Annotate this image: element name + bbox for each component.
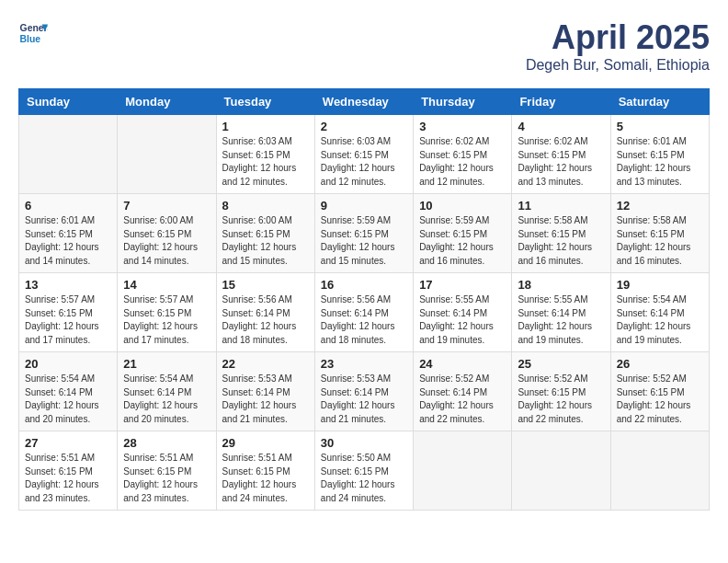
day-number: 18 <box>518 278 604 292</box>
calendar-cell: 8Sunrise: 6:00 AM Sunset: 6:15 PM Daylig… <box>216 194 314 273</box>
day-number: 11 <box>518 199 604 213</box>
day-number: 3 <box>419 120 506 133</box>
day-number: 30 <box>321 436 407 450</box>
svg-text:Blue: Blue <box>20 34 41 44</box>
calendar-cell: 5Sunrise: 6:01 AM Sunset: 6:15 PM Daylig… <box>610 115 709 194</box>
day-number: 24 <box>419 357 506 371</box>
day-header-tuesday: Tuesday <box>216 89 314 115</box>
calendar-cell: 20Sunrise: 5:54 AM Sunset: 6:14 PM Dayli… <box>19 352 118 431</box>
day-info: Sunrise: 5:58 AM Sunset: 6:15 PM Dayligh… <box>617 214 703 268</box>
day-info: Sunrise: 6:01 AM Sunset: 6:15 PM Dayligh… <box>617 135 703 189</box>
day-info: Sunrise: 5:55 AM Sunset: 6:14 PM Dayligh… <box>518 293 604 347</box>
calendar-cell <box>118 115 216 194</box>
calendar-cell: 10Sunrise: 5:59 AM Sunset: 6:15 PM Dayli… <box>414 194 512 273</box>
calendar-week-5: 27Sunrise: 5:51 AM Sunset: 6:15 PM Dayli… <box>19 431 710 511</box>
day-info: Sunrise: 5:53 AM Sunset: 6:14 PM Dayligh… <box>222 373 309 426</box>
day-header-wednesday: Wednesday <box>314 89 413 115</box>
day-info: Sunrise: 5:56 AM Sunset: 6:14 PM Dayligh… <box>222 293 309 347</box>
calendar-week-4: 20Sunrise: 5:54 AM Sunset: 6:14 PM Dayli… <box>19 352 710 431</box>
calendar-cell: 9Sunrise: 5:59 AM Sunset: 6:15 PM Daylig… <box>314 194 413 273</box>
calendar-cell: 27Sunrise: 5:51 AM Sunset: 6:15 PM Dayli… <box>19 431 118 511</box>
calendar-cell: 1Sunrise: 6:03 AM Sunset: 6:15 PM Daylig… <box>216 115 314 194</box>
calendar-cell: 25Sunrise: 5:52 AM Sunset: 6:15 PM Dayli… <box>512 352 610 431</box>
day-info: Sunrise: 5:56 AM Sunset: 6:14 PM Dayligh… <box>321 293 407 347</box>
calendar-cell: 2Sunrise: 6:03 AM Sunset: 6:15 PM Daylig… <box>314 115 413 194</box>
day-info: Sunrise: 5:59 AM Sunset: 6:15 PM Dayligh… <box>419 214 506 268</box>
logo-icon: General Blue <box>18 18 48 48</box>
day-number: 16 <box>321 278 407 292</box>
day-info: Sunrise: 6:00 AM Sunset: 6:15 PM Dayligh… <box>222 214 309 268</box>
day-number: 19 <box>617 278 703 292</box>
day-number: 17 <box>419 278 506 292</box>
day-info: Sunrise: 5:52 AM Sunset: 6:15 PM Dayligh… <box>617 373 703 426</box>
calendar-week-2: 6Sunrise: 6:01 AM Sunset: 6:15 PM Daylig… <box>19 194 710 273</box>
day-info: Sunrise: 5:55 AM Sunset: 6:14 PM Dayligh… <box>419 293 506 347</box>
day-header-friday: Friday <box>512 89 610 115</box>
day-info: Sunrise: 6:02 AM Sunset: 6:15 PM Dayligh… <box>518 135 604 189</box>
calendar-cell: 15Sunrise: 5:56 AM Sunset: 6:14 PM Dayli… <box>216 273 314 352</box>
calendar-cell: 18Sunrise: 5:55 AM Sunset: 6:14 PM Dayli… <box>512 273 610 352</box>
calendar-cell: 19Sunrise: 5:54 AM Sunset: 6:14 PM Dayli… <box>610 273 709 352</box>
day-info: Sunrise: 5:54 AM Sunset: 6:14 PM Dayligh… <box>617 293 703 347</box>
day-number: 26 <box>617 357 703 371</box>
day-number: 5 <box>617 120 703 133</box>
day-info: Sunrise: 6:03 AM Sunset: 6:15 PM Dayligh… <box>321 135 407 189</box>
day-info: Sunrise: 6:03 AM Sunset: 6:15 PM Dayligh… <box>222 135 309 189</box>
calendar-cell: 23Sunrise: 5:53 AM Sunset: 6:14 PM Dayli… <box>314 352 413 431</box>
day-info: Sunrise: 5:57 AM Sunset: 6:15 PM Dayligh… <box>123 293 210 347</box>
day-info: Sunrise: 5:52 AM Sunset: 6:14 PM Dayligh… <box>419 373 506 426</box>
day-number: 2 <box>321 120 407 133</box>
calendar-cell: 24Sunrise: 5:52 AM Sunset: 6:14 PM Dayli… <box>414 352 512 431</box>
day-info: Sunrise: 5:57 AM Sunset: 6:15 PM Dayligh… <box>25 293 111 347</box>
calendar-cell: 14Sunrise: 5:57 AM Sunset: 6:15 PM Dayli… <box>118 273 216 352</box>
calendar-week-3: 13Sunrise: 5:57 AM Sunset: 6:15 PM Dayli… <box>19 273 710 352</box>
day-number: 25 <box>518 357 604 371</box>
calendar-cell: 17Sunrise: 5:55 AM Sunset: 6:14 PM Dayli… <box>414 273 512 352</box>
day-header-monday: Monday <box>118 89 216 115</box>
calendar-cell: 29Sunrise: 5:51 AM Sunset: 6:15 PM Dayli… <box>216 431 314 511</box>
day-number: 27 <box>25 436 111 450</box>
day-info: Sunrise: 5:59 AM Sunset: 6:15 PM Dayligh… <box>321 214 407 268</box>
day-number: 15 <box>222 278 309 292</box>
day-number: 20 <box>25 357 111 371</box>
day-number: 23 <box>321 357 407 371</box>
day-number: 6 <box>25 199 111 213</box>
calendar-cell: 11Sunrise: 5:58 AM Sunset: 6:15 PM Dayli… <box>512 194 610 273</box>
day-number: 22 <box>222 357 309 371</box>
calendar-cell: 4Sunrise: 6:02 AM Sunset: 6:15 PM Daylig… <box>512 115 610 194</box>
calendar-cell: 28Sunrise: 5:51 AM Sunset: 6:15 PM Dayli… <box>118 431 216 511</box>
day-number: 28 <box>123 436 210 450</box>
day-number: 29 <box>222 436 309 450</box>
day-number: 14 <box>123 278 210 292</box>
calendar-cell: 3Sunrise: 6:02 AM Sunset: 6:15 PM Daylig… <box>414 115 512 194</box>
day-info: Sunrise: 5:51 AM Sunset: 6:15 PM Dayligh… <box>25 452 111 505</box>
day-header-thursday: Thursday <box>414 89 512 115</box>
location: Degeh Bur, Somali, Ethiopia <box>526 57 710 74</box>
calendar-cell: 30Sunrise: 5:50 AM Sunset: 6:15 PM Dayli… <box>314 431 413 511</box>
logo: General Blue <box>18 18 48 48</box>
day-info: Sunrise: 6:02 AM Sunset: 6:15 PM Dayligh… <box>419 135 506 189</box>
day-info: Sunrise: 5:51 AM Sunset: 6:15 PM Dayligh… <box>222 452 309 505</box>
calendar: SundayMondayTuesdayWednesdayThursdayFrid… <box>18 88 710 511</box>
day-number: 1 <box>222 120 309 133</box>
day-info: Sunrise: 5:51 AM Sunset: 6:15 PM Dayligh… <box>123 452 210 505</box>
day-info: Sunrise: 5:58 AM Sunset: 6:15 PM Dayligh… <box>518 214 604 268</box>
day-number: 13 <box>25 278 111 292</box>
day-number: 8 <box>222 199 309 213</box>
day-number: 9 <box>321 199 407 213</box>
calendar-cell: 21Sunrise: 5:54 AM Sunset: 6:14 PM Dayli… <box>118 352 216 431</box>
day-info: Sunrise: 5:54 AM Sunset: 6:14 PM Dayligh… <box>25 373 111 426</box>
calendar-cell <box>512 431 610 511</box>
month-year: April 2025 <box>526 18 710 57</box>
day-number: 4 <box>518 120 604 133</box>
day-number: 21 <box>123 357 210 371</box>
day-info: Sunrise: 5:54 AM Sunset: 6:14 PM Dayligh… <box>123 373 210 426</box>
calendar-cell: 13Sunrise: 5:57 AM Sunset: 6:15 PM Dayli… <box>19 273 118 352</box>
day-info: Sunrise: 5:53 AM Sunset: 6:14 PM Dayligh… <box>321 373 407 426</box>
day-header-sunday: Sunday <box>19 89 118 115</box>
day-number: 10 <box>419 199 506 213</box>
calendar-cell: 7Sunrise: 6:00 AM Sunset: 6:15 PM Daylig… <box>118 194 216 273</box>
calendar-cell: 16Sunrise: 5:56 AM Sunset: 6:14 PM Dayli… <box>314 273 413 352</box>
calendar-cell: 12Sunrise: 5:58 AM Sunset: 6:15 PM Dayli… <box>610 194 709 273</box>
day-header-saturday: Saturday <box>610 89 709 115</box>
